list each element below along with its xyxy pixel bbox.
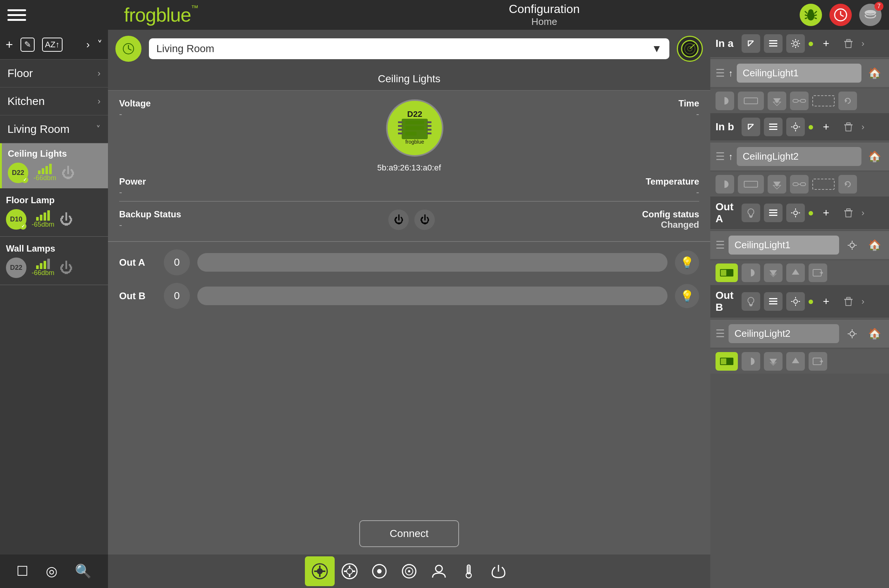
in-b-delete-button[interactable]	[839, 118, 858, 136]
edit-button[interactable]: ✎	[21, 38, 35, 52]
grab-icon[interactable]: ☰	[716, 67, 725, 79]
beetle-icon-btn[interactable]	[800, 4, 822, 26]
output-a-slider[interactable]	[197, 253, 667, 272]
in-b-settings-icon[interactable]	[786, 118, 805, 136]
bulb-icon[interactable]: 💡	[675, 284, 699, 308]
radar-indicator[interactable]	[677, 36, 703, 62]
out-a-delete-button[interactable]	[839, 204, 858, 222]
footer-power-button[interactable]	[484, 556, 514, 586]
footer-device-settings-button[interactable]	[305, 556, 335, 586]
sidebar-group-ceiling-lights[interactable]: Ceiling Lights D22 ✓ -66dbm	[0, 143, 108, 188]
half-circle-btn[interactable]	[742, 264, 760, 282]
home-icon[interactable]: 🏠	[865, 64, 884, 82]
svg-point-93	[794, 211, 797, 215]
out-b-add-button[interactable]: +	[817, 292, 835, 311]
footer-config-button[interactable]	[335, 556, 365, 586]
grab-icon[interactable]: ☰	[716, 327, 725, 340]
svg-rect-95	[847, 209, 850, 210]
up-arrow-icon[interactable]: ↑	[728, 68, 733, 78]
footer-user-button[interactable]	[424, 556, 454, 586]
stack-icon-btn[interactable]: 7	[859, 4, 881, 26]
in-b-add-button[interactable]: +	[817, 118, 835, 136]
out-a-device-row: ☰ CeilingLight1 🏠	[710, 231, 889, 259]
in-b-device-name[interactable]: CeilingLight2	[737, 147, 862, 166]
out-b-settings-icon[interactable]	[786, 292, 805, 311]
in-b-corner-icon[interactable]	[742, 118, 760, 136]
grab-icon[interactable]: ☰	[716, 239, 725, 251]
room-selector[interactable]: Living Room ▼	[149, 38, 669, 59]
footer-input-button[interactable]	[365, 556, 394, 586]
sun-icon[interactable]	[843, 324, 862, 343]
in-a-delete-button[interactable]	[839, 34, 858, 53]
clock-icon-btn[interactable]	[829, 4, 852, 26]
device-row: D22 -66dbm ⏻	[6, 258, 102, 278]
home-icon[interactable]: 🏠	[865, 147, 884, 166]
arrow-right-box-btn[interactable]	[809, 264, 827, 282]
out-a-device-name[interactable]: CeilingLight1	[728, 236, 839, 255]
search-button[interactable]: 🔍	[75, 564, 92, 579]
target-button[interactable]: ◎	[46, 564, 57, 579]
bulb-icon[interactable]: 💡	[675, 250, 699, 274]
green-rect-btn[interactable]	[716, 264, 738, 282]
sidebar-item-floor[interactable]: Floor ›	[0, 60, 108, 87]
triangle-down-sm-btn[interactable]	[764, 352, 782, 370]
footer-temperature-button[interactable]	[454, 556, 484, 586]
output-b-slider[interactable]	[197, 286, 667, 305]
out-a-bulb-icon[interactable]	[742, 204, 760, 222]
out-b-bulb-icon[interactable]	[742, 292, 760, 311]
sort-button[interactable]: AZ↑	[42, 38, 63, 52]
stack-icon	[863, 8, 878, 22]
clock-indicator[interactable]	[116, 36, 141, 62]
sidebar-item-kitchen[interactable]: Kitchen ›	[0, 87, 108, 116]
rect-btn[interactable]	[738, 175, 764, 194]
menu-button[interactable]	[8, 9, 33, 21]
chain-btn[interactable]	[790, 92, 809, 110]
in-a-list-icon[interactable]	[764, 34, 782, 53]
refresh-btn[interactable]	[838, 92, 857, 110]
triangle-down-sm-btn[interactable]	[764, 264, 782, 282]
sidebar-group-floor-lamp[interactable]: Floor Lamp D10 ✓ -65dbm	[0, 188, 108, 237]
half-circle-btn[interactable]	[742, 352, 760, 370]
connect-button[interactable]: Connect	[359, 520, 459, 547]
triangle-down-btn[interactable]	[767, 92, 786, 110]
up-arrow-icon[interactable]: ↑	[728, 152, 733, 162]
rect-btn[interactable]	[738, 92, 764, 110]
sidebar-toolbar: + ✎ AZ↑ › ˅	[0, 30, 108, 60]
out-a-settings-icon[interactable]	[786, 204, 805, 222]
out-b-delete-button[interactable]	[839, 292, 858, 311]
triangle-up-sm-btn[interactable]	[786, 352, 805, 370]
collapse-button[interactable]: ˅	[97, 38, 102, 51]
svg-rect-91	[769, 212, 777, 213]
chain-btn[interactable]	[790, 175, 809, 194]
footer-output-button[interactable]	[394, 556, 424, 586]
svg-text:D22: D22	[407, 110, 422, 119]
refresh-btn[interactable]	[838, 175, 857, 194]
out-b-controls-row	[710, 349, 889, 374]
grab-icon[interactable]: ☰	[716, 150, 725, 163]
sidebar-item-living-room[interactable]: Living Room ˅	[0, 116, 108, 143]
triangle-up-sm-btn[interactable]	[786, 264, 805, 282]
in-b-controls-row	[710, 172, 889, 196]
in-a-settings-icon[interactable]	[786, 34, 805, 53]
in-b-list-icon[interactable]	[764, 118, 782, 136]
sidebar-group-wall-lamps[interactable]: Wall Lamps D22 -66dbm ⏻	[0, 237, 108, 285]
expand-button[interactable]: ›	[86, 39, 90, 51]
home-icon[interactable]: 🏠	[865, 324, 884, 343]
square-view-button[interactable]: ☐	[17, 564, 28, 579]
sun-icon[interactable]	[843, 236, 862, 255]
out-a-add-button[interactable]: +	[817, 204, 835, 222]
in-a-corner-icon[interactable]	[742, 34, 760, 53]
out-b-list-icon[interactable]	[764, 292, 782, 311]
out-a-list-icon[interactable]	[764, 204, 782, 222]
green-rect-btn[interactable]	[716, 352, 738, 370]
half-circle-btn[interactable]	[716, 92, 734, 110]
triangle-down-btn[interactable]	[767, 175, 786, 194]
half-circle-btn[interactable]	[716, 175, 734, 194]
arrow-right-box-btn[interactable]	[809, 352, 827, 370]
out-b-device-name[interactable]: CeilingLight2	[728, 324, 839, 343]
in-a-add-button[interactable]: +	[817, 34, 835, 53]
home-icon[interactable]: 🏠	[865, 236, 884, 255]
device-badge-d10: D10 ✓	[6, 209, 26, 230]
in-a-device-name[interactable]: CeilingLight1	[737, 64, 862, 82]
add-button[interactable]: +	[6, 37, 13, 52]
